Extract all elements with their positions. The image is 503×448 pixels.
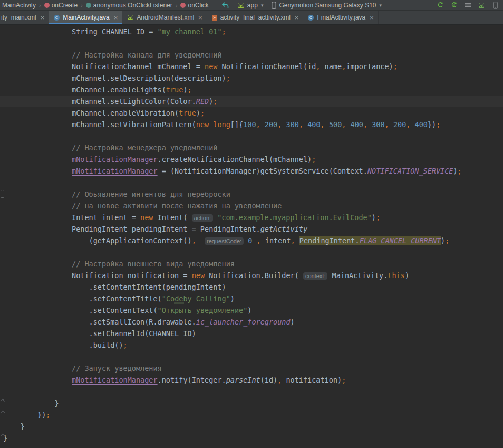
code-line[interactable]: NotificationChannel mChannel = new Notif… <box>3 61 503 72</box>
code-line[interactable] <box>3 177 503 188</box>
code-line[interactable]: .setContentTitle("Codeby Calling") <box>3 293 503 304</box>
tab-close-icon[interactable]: × <box>370 14 374 21</box>
breadcrumb-mainactivity[interactable]: MainActivity <box>2 2 36 9</box>
code-line[interactable]: Notification notification = new Notifica… <box>3 270 503 281</box>
code-token: parseInt <box>226 376 260 384</box>
code-token: ; <box>312 155 316 164</box>
code-token: requestCode: <box>205 237 244 245</box>
code-line[interactable]: } <box>3 421 503 432</box>
tab-close-icon[interactable]: × <box>41 14 45 21</box>
code-line[interactable]: mNotificationManager.createNotificationC… <box>3 154 503 165</box>
code-token: // Запуск уведомления <box>3 364 162 373</box>
code-line[interactable]: // Настройка канала для уведомлений <box>3 49 503 61</box>
device-manager-icon <box>493 2 498 9</box>
code-token <box>244 236 248 245</box>
code-token: 300 <box>372 120 384 129</box>
code-token: , <box>321 120 325 129</box>
code-line[interactable]: .setChannelId(CHANNEL_ID) <box>3 328 503 339</box>
code-token: ; <box>393 62 398 71</box>
code-token: new <box>192 271 205 280</box>
tab-finalacttivity-java[interactable]: CFinalActtivity.java× <box>303 11 378 24</box>
code-line[interactable]: mChannel.setDescription(description); <box>3 72 503 84</box>
code-line[interactable] <box>3 386 503 397</box>
code-line[interactable]: } <box>3 432 503 444</box>
code-line[interactable]: PendingIntent pendingIntent = PendingInt… <box>3 223 503 235</box>
editor-code[interactable]: String CHANNEL_ID = "my_channel_01"; // … <box>3 26 503 444</box>
code-line[interactable]: // на новое активити после нажатия на ув… <box>3 200 503 212</box>
code-line[interactable]: }); <box>3 409 503 421</box>
code-token: "my_channel_01" <box>158 27 222 36</box>
device-manager-button[interactable] <box>490 1 500 10</box>
code-token <box>3 155 72 164</box>
code-line[interactable]: mChannel.enableLights(true); <box>3 84 503 96</box>
editor[interactable]: String CHANNEL_ID = "my_channel_01"; // … <box>0 25 503 448</box>
tab-close-icon[interactable]: × <box>114 14 118 21</box>
code-line[interactable]: Intent intent = new Intent( action: "com… <box>3 212 503 223</box>
code-token: "com.example.myapplication.EvilCode" <box>217 213 372 222</box>
code-token: ) <box>291 318 295 326</box>
code-token: .setChannelId(CHANNEL_ID) <box>3 329 196 338</box>
sdk-manager-button[interactable] <box>477 1 486 10</box>
breadcrumb-separator: › <box>39 2 41 8</box>
code-token <box>325 120 329 129</box>
svg-text:C: C <box>309 15 313 20</box>
code-line[interactable]: .setSmallIcon(R.drawable.ic_launcher_for… <box>3 316 503 328</box>
breadcrumb-anonymous-onclicklistener[interactable]: anonymous OnClickListener <box>86 2 172 9</box>
apply-code-changes-button[interactable] <box>449 1 459 10</box>
breadcrumb-separator: › <box>81 2 83 8</box>
code-line[interactable]: String CHANNEL_ID = "my_channel_01"; <box>3 26 503 37</box>
code-line[interactable]: // Настройка внешнего вида уведомления <box>3 258 503 270</box>
code-token: 400 <box>307 120 320 129</box>
tab-close-icon[interactable]: × <box>198 14 202 21</box>
code-line[interactable]: mNotificationManager.notify(Integer.pars… <box>3 374 503 386</box>
back-arrow-icon[interactable] <box>221 2 229 8</box>
code-token: 200 <box>393 120 406 129</box>
code-line[interactable]: } <box>3 397 503 409</box>
build-variants-button[interactable] <box>463 1 472 10</box>
code-token <box>260 120 265 129</box>
code-token <box>410 120 414 129</box>
code-token <box>3 376 72 384</box>
android-icon <box>127 14 134 21</box>
code-token: Codeby <box>166 294 192 303</box>
code-token: }) <box>3 411 46 419</box>
java-class-icon: C <box>307 14 314 21</box>
code-token: notification) <box>282 376 342 384</box>
code-line[interactable]: .setContentIntent(pendingIntent) <box>3 281 503 293</box>
gutter-bookmark-icon[interactable] <box>1 190 4 198</box>
device-selector[interactable]: Genymotion Samsung Galaxy S10 ▾ <box>272 2 382 9</box>
code-line[interactable]: mChannel.setVibrationPattern(new long[]{… <box>3 119 503 130</box>
run-config-selector[interactable]: app ▾ <box>237 2 264 9</box>
code-token: ) <box>372 213 376 222</box>
tab-bar: ity_main.xml×CMainActivity.java×AndroidM… <box>0 11 503 25</box>
apply-changes-button[interactable] <box>436 1 445 10</box>
code-line[interactable] <box>3 246 503 258</box>
code-line[interactable]: // Обьявление интентов для переброски <box>3 188 503 200</box>
tab-mainactivity-java[interactable]: CMainActivity.java× <box>49 11 122 24</box>
code-token: []{ <box>230 120 243 129</box>
code-line[interactable]: // Запуск уведомления <box>3 363 503 374</box>
code-line[interactable]: (getApplicationContext(), requestCode: 0… <box>3 235 503 246</box>
tab-close-icon[interactable]: × <box>295 14 299 21</box>
breadcrumb-label: anonymous OnClickListener <box>93 2 172 9</box>
breadcrumb-label: onClick <box>188 2 208 9</box>
tab-ity-main-xml[interactable]: ity_main.xml× <box>0 11 49 24</box>
code-line[interactable]: mNotificationManager = (NotificationMana… <box>3 165 503 177</box>
apply-code-changes-icon <box>451 2 458 8</box>
breadcrumb-onclick[interactable]: onClick <box>180 2 208 9</box>
code-line[interactable]: .build(); <box>3 339 503 351</box>
code-line[interactable] <box>3 37 503 49</box>
code-line[interactable] <box>3 351 503 363</box>
code-line[interactable]: mChannel.setLightColor(Color.RED); <box>0 96 503 107</box>
tab-androidmanifest-xml[interactable]: AndroidManifest.xml× <box>122 11 207 24</box>
code-token: new <box>205 62 217 71</box>
code-token: .notify(Integer. <box>158 376 226 384</box>
code-line[interactable]: mChannel.enableVibration(true); <box>3 107 503 119</box>
code-line[interactable]: // Настройка менеджера уведомлений <box>3 142 503 154</box>
method-icon <box>44 3 50 8</box>
code-line[interactable]: .setContentText("Открыть уведомление") <box>3 304 503 316</box>
code-token: , <box>385 120 389 129</box>
tab-activity-final-acttivity-xml[interactable]: activity_final_acttivity.xml× <box>207 11 304 24</box>
code-line[interactable] <box>3 130 503 142</box>
breadcrumb-oncreate[interactable]: onCreate <box>44 2 78 9</box>
